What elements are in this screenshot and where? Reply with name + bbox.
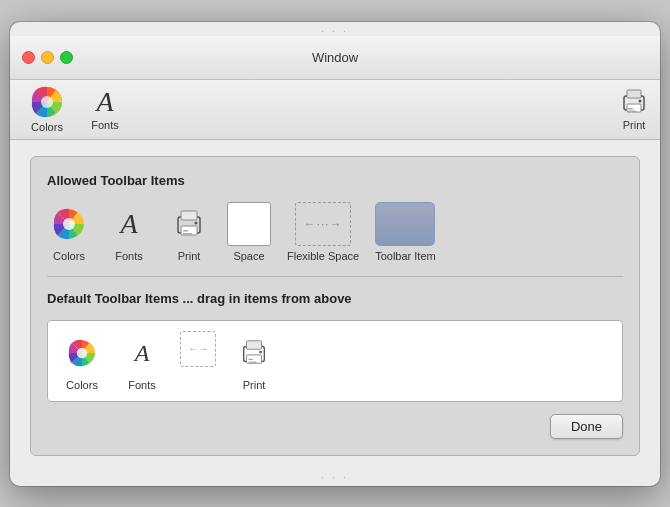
default-print-icon-box: [232, 331, 276, 375]
default-fonts-icon: A: [135, 341, 150, 365]
svg-rect-18: [247, 340, 262, 348]
titlebar: Window: [10, 36, 660, 80]
default-colors-icon-box: [60, 331, 104, 375]
svg-rect-21: [248, 361, 256, 362]
toolbar: Colors A Fonts Print: [10, 80, 660, 140]
close-button[interactable]: [22, 51, 35, 64]
allowed-fonts-label: Fonts: [115, 250, 143, 262]
default-item-fonts[interactable]: A Fonts: [120, 331, 164, 391]
default-flex-space-icon-box: ←→: [180, 331, 216, 367]
svg-point-16: [77, 347, 88, 358]
allowed-item-fonts[interactable]: A Fonts: [107, 202, 151, 262]
default-fonts-icon-box: A: [120, 331, 164, 375]
content-area: Allowed Toolbar Items: [10, 140, 660, 472]
toolbar-print[interactable]: Print: [620, 88, 648, 131]
toolbar-fonts[interactable]: A Fonts: [80, 84, 130, 135]
allowed-toolbar-item-label: Toolbar Item: [375, 250, 436, 262]
allowed-space-label: Space: [233, 250, 264, 262]
resize-handle-top: · · ·: [10, 22, 660, 36]
svg-rect-4: [627, 90, 641, 98]
default-area: Colors A Fonts ←→: [47, 320, 623, 402]
svg-point-2: [41, 96, 53, 108]
allowed-fonts-icon: A: [120, 210, 137, 238]
window: · · · Window: [10, 22, 660, 486]
space-item-icon-box: [227, 202, 271, 246]
allowed-items-row: Colors A Fonts: [47, 202, 623, 262]
allowed-colors-label: Colors: [53, 250, 85, 262]
default-section-title: Default Toolbar Items ... drag in items …: [47, 291, 623, 306]
minimize-button[interactable]: [41, 51, 54, 64]
svg-point-8: [639, 99, 642, 102]
fonts-icon: A: [96, 88, 113, 116]
section-divider: [47, 276, 623, 277]
allowed-item-colors[interactable]: Colors: [47, 202, 91, 262]
svg-rect-6: [628, 108, 633, 110]
svg-rect-20: [248, 358, 253, 359]
allowed-colors-icon: [53, 208, 85, 240]
print-icon: [620, 88, 648, 116]
done-row: Done: [47, 414, 623, 439]
fonts-item-icon-box: A: [107, 202, 151, 246]
colors-icon: [31, 86, 63, 118]
toolbar-panel: Allowed Toolbar Items: [30, 156, 640, 456]
default-fonts-label: Fonts: [128, 379, 156, 391]
print-item-icon-box: [167, 202, 211, 246]
done-button[interactable]: Done: [550, 414, 623, 439]
svg-rect-7: [628, 110, 636, 112]
default-colors-icon: [68, 339, 96, 367]
toolbar-print-label: Print: [623, 119, 646, 131]
allowed-print-label: Print: [178, 250, 201, 262]
toolbar-item-icon-box: [375, 202, 435, 246]
svg-point-15: [195, 221, 198, 224]
default-item-colors[interactable]: Colors: [60, 331, 104, 391]
maximize-button[interactable]: [60, 51, 73, 64]
svg-point-9: [63, 218, 75, 230]
toolbar-colors-label: Colors: [31, 121, 63, 133]
default-item-print[interactable]: Print: [232, 331, 276, 391]
default-print-icon: [239, 338, 269, 368]
allowed-item-toolbar-item[interactable]: Toolbar Item: [375, 202, 436, 262]
default-print-label: Print: [243, 379, 266, 391]
default-flex-space-icon: ←→: [188, 343, 208, 354]
traffic-lights: [22, 51, 73, 64]
flex-space-item-icon-box: ←···→: [295, 202, 351, 246]
allowed-print-icon: [173, 208, 205, 240]
colors-item-icon-box: [47, 202, 91, 246]
window-title: Window: [312, 50, 358, 65]
svg-point-22: [259, 350, 262, 353]
resize-handle-bottom: · · ·: [10, 472, 660, 486]
allowed-flexible-space-label: Flexible Space: [287, 250, 359, 262]
toolbar-fonts-label: Fonts: [91, 119, 119, 131]
flex-space-arrows-icon: ←···→: [304, 217, 343, 231]
svg-rect-14: [183, 233, 192, 235]
allowed-item-print[interactable]: Print: [167, 202, 211, 262]
allowed-section-title: Allowed Toolbar Items: [47, 173, 623, 188]
svg-rect-13: [183, 230, 188, 232]
allowed-item-space[interactable]: Space: [227, 202, 271, 262]
allowed-item-flexible-space[interactable]: ←···→ Flexible Space: [287, 202, 359, 262]
toolbar-colors[interactable]: Colors: [22, 82, 72, 137]
default-colors-label: Colors: [66, 379, 98, 391]
default-item-flex-space[interactable]: ←→: [180, 331, 216, 371]
svg-rect-11: [181, 211, 197, 220]
